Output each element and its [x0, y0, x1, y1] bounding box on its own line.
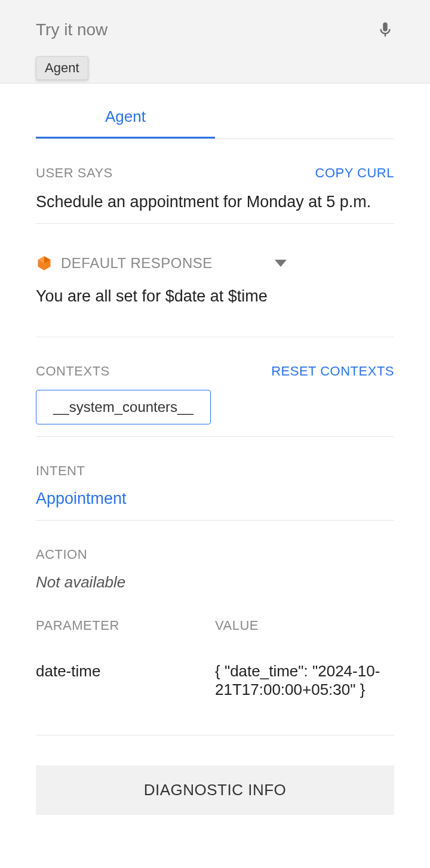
context-chip[interactable]: __system_counters__	[36, 390, 211, 424]
contexts-label: CONTEXTS	[36, 364, 110, 379]
intent-link[interactable]: Appointment	[36, 490, 394, 508]
chevron-down-icon[interactable]	[275, 260, 287, 267]
divider	[36, 223, 394, 224]
box-icon	[36, 255, 53, 272]
user-says-text: Schedule an appointment for Monday at 5 …	[36, 193, 394, 211]
intent-label: INTENT	[36, 463, 394, 479]
tab-empty	[215, 90, 394, 138]
param-value: { "date_time": "2024-10-21T17:00:00+05:3…	[215, 662, 394, 699]
default-response-label: DEFAULT RESPONSE	[61, 255, 266, 272]
agent-chip[interactable]: Agent	[36, 56, 88, 80]
action-value: Not available	[36, 573, 394, 592]
tab-agent[interactable]: Agent	[36, 90, 215, 138]
tab-bar: Agent	[36, 90, 394, 139]
user-says-label: USER SAYS	[36, 165, 113, 181]
copy-curl-link[interactable]: COPY CURL	[315, 165, 394, 181]
diagnostic-info-button[interactable]: DIAGNOSTIC INFO	[36, 765, 394, 815]
header-bar: Try it now Agent	[0, 0, 430, 84]
try-it-input[interactable]: Try it now	[36, 20, 108, 39]
value-header: VALUE	[215, 618, 394, 633]
response-header[interactable]: DEFAULT RESPONSE	[36, 255, 394, 272]
action-label: ACTION	[36, 547, 394, 562]
parameter-header: PARAMETER	[36, 618, 215, 633]
reset-contexts-link[interactable]: RESET CONTEXTS	[271, 364, 394, 379]
microphone-icon[interactable]	[376, 18, 394, 42]
param-name: date-time	[36, 662, 215, 699]
response-text: You are all set for $date at $time	[36, 287, 394, 337]
divider	[36, 735, 394, 735]
